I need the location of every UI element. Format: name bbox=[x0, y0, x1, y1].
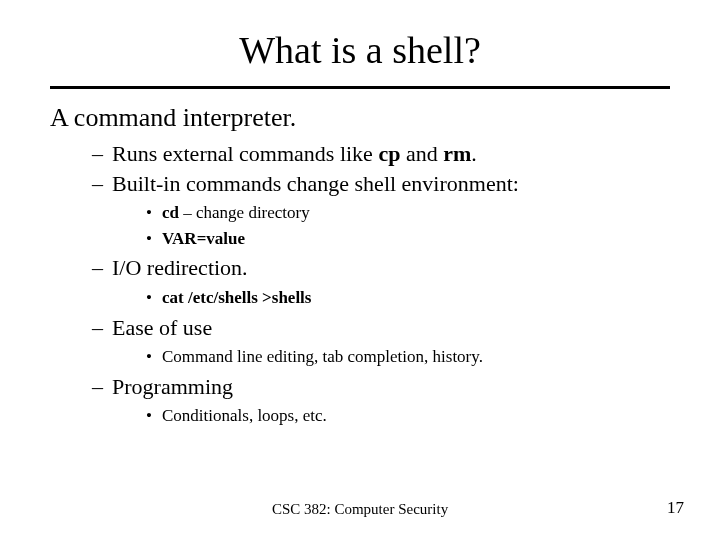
bullet-list: Runs external commands like cp and rm. B… bbox=[92, 139, 670, 429]
sub-item: cd – change directory bbox=[146, 200, 670, 226]
list-text: and bbox=[400, 141, 443, 166]
list-item: Built-in commands change shell environme… bbox=[92, 169, 670, 252]
list-item: Programming Conditionals, loops, etc. bbox=[92, 372, 670, 429]
list-text: Built-in commands change shell environme… bbox=[112, 171, 519, 196]
sub-text: Conditionals, loops, etc. bbox=[162, 406, 327, 425]
page-number: 17 bbox=[667, 498, 684, 518]
sub-text: Command line editing, tab completion, hi… bbox=[162, 347, 483, 366]
list-text: Programming bbox=[112, 374, 233, 399]
sub-item: Command line editing, tab completion, hi… bbox=[146, 344, 670, 370]
var-assign: VAR=value bbox=[162, 229, 245, 248]
list-text: . bbox=[471, 141, 477, 166]
title-divider bbox=[50, 86, 670, 89]
sub-text: – change directory bbox=[179, 203, 310, 222]
slide-title: What is a shell? bbox=[50, 28, 670, 72]
cmd-rm: rm bbox=[443, 141, 471, 166]
cmd-cd: cd bbox=[162, 203, 179, 222]
list-text: Runs external commands like bbox=[112, 141, 378, 166]
sub-list: Conditionals, loops, etc. bbox=[146, 403, 670, 429]
sub-item: cat /etc/shells >shells bbox=[146, 285, 670, 311]
sub-list: cat /etc/shells >shells bbox=[146, 285, 670, 311]
slide: What is a shell? A command interpreter. … bbox=[0, 0, 720, 540]
list-item: Runs external commands like cp and rm. bbox=[92, 139, 670, 169]
sub-list: Command line editing, tab completion, hi… bbox=[146, 344, 670, 370]
sub-item: VAR=value bbox=[146, 226, 670, 252]
list-text: I/O redirection. bbox=[112, 255, 248, 280]
cmd-cat: cat /etc/shells >shells bbox=[162, 288, 311, 307]
sub-list: cd – change directory VAR=value bbox=[146, 200, 670, 251]
subtitle: A command interpreter. bbox=[50, 103, 670, 133]
sub-item: Conditionals, loops, etc. bbox=[146, 403, 670, 429]
footer-course: CSC 382: Computer Security bbox=[0, 501, 720, 518]
cmd-cp: cp bbox=[378, 141, 400, 166]
list-item: Ease of use Command line editing, tab co… bbox=[92, 313, 670, 370]
list-text: Ease of use bbox=[112, 315, 212, 340]
list-item: I/O redirection. cat /etc/shells >shells bbox=[92, 253, 670, 310]
